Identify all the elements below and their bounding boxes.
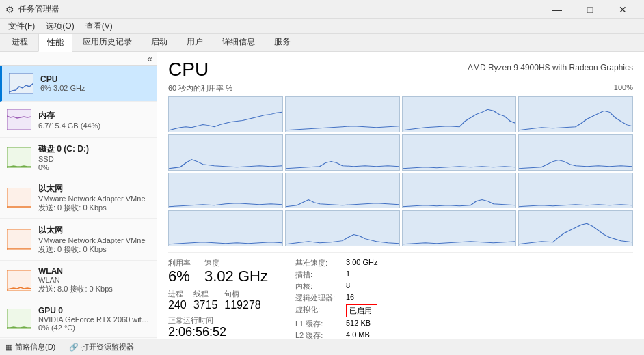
disk-title: 磁盘 0 (C: D:) xyxy=(38,143,150,155)
gpu0-subtitle: NVIDIA GeForce RTX 2060 with... xyxy=(38,315,150,324)
speed-label: 速度 xyxy=(204,258,268,268)
l2-label: L2 缓存: xyxy=(295,330,335,339)
eth2-usage: 发送: 0 接收: 0 Kbps xyxy=(38,244,150,255)
speed-value: 3.02 GHz xyxy=(204,268,268,285)
eth1-subtitle: VMware Network Adapter VMne xyxy=(38,195,150,203)
ethernet1-mini-graph xyxy=(7,186,31,210)
sidebar-item-memory[interactable]: 内存 6.7/15.4 GB (44%) xyxy=(0,102,157,138)
cpu-core-graph-9 xyxy=(168,173,283,209)
menu-options[interactable]: 选项(O) xyxy=(40,19,79,33)
svg-rect-6 xyxy=(7,309,31,329)
l2-value: 4.0 MB xyxy=(346,330,377,339)
maximize-button[interactable]: □ xyxy=(574,0,606,19)
summary-info-button[interactable]: ▦ 简略信息(D) xyxy=(5,342,55,352)
virtualization-label: 虚拟化: xyxy=(295,304,335,317)
eth2-sparkline xyxy=(7,229,31,250)
cpu-subtitle: 6% 3.02 GHz xyxy=(40,84,150,92)
svg-rect-12 xyxy=(169,135,282,170)
open-monitor-button[interactable]: 🔗 打开资源监视器 xyxy=(69,342,134,352)
tab-services[interactable]: 服务 xyxy=(265,33,299,51)
collapse-icon[interactable]: « xyxy=(147,53,152,64)
sidebar-item-ethernet2[interactable]: 以太网 VMware Network Adapter VMne 发送: 0 接收… xyxy=(0,219,157,261)
titlebar-controls: — □ ✕ xyxy=(541,0,639,19)
cpu-core-graph-4 xyxy=(518,96,633,132)
cpu-sparkline xyxy=(9,73,33,94)
cpu-core-graph-11 xyxy=(402,173,517,209)
menu-view[interactable]: 查看(V) xyxy=(80,19,118,33)
tab-users[interactable]: 用户 xyxy=(178,33,212,51)
sidebar-item-disk[interactable]: 磁盘 0 (C: D:) SSD 0% xyxy=(0,138,157,178)
close-button[interactable]: ✕ xyxy=(607,0,639,19)
cpu-core-graph-13 xyxy=(168,210,283,246)
svg-rect-2 xyxy=(7,147,31,168)
tab-details[interactable]: 详细信息 xyxy=(213,33,264,51)
sidebar-item-gpu0[interactable]: GPU 0 NVIDIA GeForce RTX 2060 with... 0%… xyxy=(0,300,157,338)
gpu0-info: GPU 0 NVIDIA GeForce RTX 2060 with... 0%… xyxy=(38,306,150,332)
menu-file[interactable]: 文件(F) xyxy=(3,19,40,33)
wlan-mini-graph xyxy=(7,268,31,293)
cpu-graphs-grid xyxy=(168,96,633,246)
gpu0-sparkline xyxy=(7,309,31,329)
sockets-label: 插槽: xyxy=(295,270,335,280)
eth1-title: 以太网 xyxy=(38,183,150,195)
cpu-model: AMD Ryzen 9 4900HS with Radeon Graphics xyxy=(468,63,633,72)
titlebar-left: ⚙ 任务管理器 xyxy=(5,3,59,15)
tab-performance[interactable]: 性能 xyxy=(38,33,72,52)
memory-subtitle: 6.7/15.4 GB (44%) xyxy=(38,122,150,130)
cpu-core-graph-5 xyxy=(168,134,283,171)
process-value: 240 xyxy=(168,299,187,311)
tab-startup[interactable]: 启动 xyxy=(142,33,176,51)
ethernet1-info: 以太网 VMware Network Adapter VMne 发送: 0 接收… xyxy=(38,183,150,213)
runtime-stat: 正常运行时间 2:06:56:52 xyxy=(168,315,268,339)
sidebar-item-gpu1[interactable]: GPU 1 AMD Radeon(TM) Graphics 3% (44 °C) xyxy=(0,338,157,339)
wlan-title: WLAN xyxy=(38,266,150,276)
sidebar-item-cpu[interactable]: CPU 6% 3.02 GHz xyxy=(0,66,157,102)
gpu0-title: GPU 0 xyxy=(38,306,150,315)
cpu-core-graph-1 xyxy=(168,96,283,132)
sidebar-item-ethernet1[interactable]: 以太网 VMware Network Adapter VMne 发送: 0 接收… xyxy=(0,178,157,219)
svg-rect-3 xyxy=(7,188,31,208)
cpu-core-graph-14 xyxy=(285,210,400,246)
disk-mini-graph xyxy=(7,145,31,170)
svg-rect-13 xyxy=(286,135,399,170)
utilization-label: 利用率 xyxy=(168,258,191,268)
ethernet2-info: 以太网 VMware Network Adapter VMne 发送: 0 接收… xyxy=(38,225,150,255)
handle-label: 句柄 xyxy=(224,289,260,299)
base-speed-value: 3.00 GHz xyxy=(346,258,377,268)
gpu0-mini-graph xyxy=(7,307,31,331)
gpu0-usage: 0% (42 °C) xyxy=(38,324,150,332)
wlan-subtitle: WLAN xyxy=(38,276,150,284)
chart-label-right: 100% xyxy=(614,83,633,95)
process-stat: 进程 240 xyxy=(168,289,187,311)
base-speed-label: 基准速度: xyxy=(295,258,335,268)
main-layout: « CPU 6% 3.02 GHz xyxy=(0,52,644,339)
svg-rect-22 xyxy=(403,211,516,246)
sidebar-item-wlan[interactable]: WLAN WLAN 发送: 8.0 接收: 0 Kbps xyxy=(0,261,157,300)
logical-value: 16 xyxy=(346,293,377,303)
memory-sparkline xyxy=(7,109,31,130)
memory-title: 内存 xyxy=(38,110,150,122)
runtime-label: 正常运行时间 xyxy=(168,315,268,326)
wlan-usage: 发送: 8.0 接收: 0 Kbps xyxy=(38,284,150,294)
cpu-info: CPU 6% 3.02 GHz xyxy=(40,74,150,92)
memory-info: 内存 6.7/15.4 GB (44%) xyxy=(38,110,150,130)
svg-rect-1 xyxy=(7,109,31,130)
cpu-core-graph-2 xyxy=(285,96,400,132)
cpu-core-graph-6 xyxy=(285,134,400,171)
handle-value: 119278 xyxy=(224,299,260,311)
menubar: 文件(F) 选项(O) 查看(V) xyxy=(0,19,644,34)
thread-stat: 线程 3715 xyxy=(193,289,218,311)
svg-rect-20 xyxy=(169,211,282,246)
cpu-core-graph-7 xyxy=(402,134,517,171)
app-title: 任务管理器 xyxy=(18,3,59,15)
svg-rect-18 xyxy=(403,173,516,208)
tab-processes[interactable]: 进程 xyxy=(3,33,37,51)
minimize-button[interactable]: — xyxy=(541,0,573,19)
utilization-stat: 利用率 6% xyxy=(168,258,191,285)
process-label: 进程 xyxy=(168,289,187,299)
cores-value: 8 xyxy=(346,281,377,292)
tab-app-history[interactable]: 应用历史记录 xyxy=(74,33,141,51)
eth1-sparkline xyxy=(7,188,31,208)
svg-rect-4 xyxy=(7,229,31,250)
right-stats: 基准速度: 3.00 GHz 插槽: 1 内核: 8 逻辑处理器: 16 虚拟化… xyxy=(295,258,378,339)
